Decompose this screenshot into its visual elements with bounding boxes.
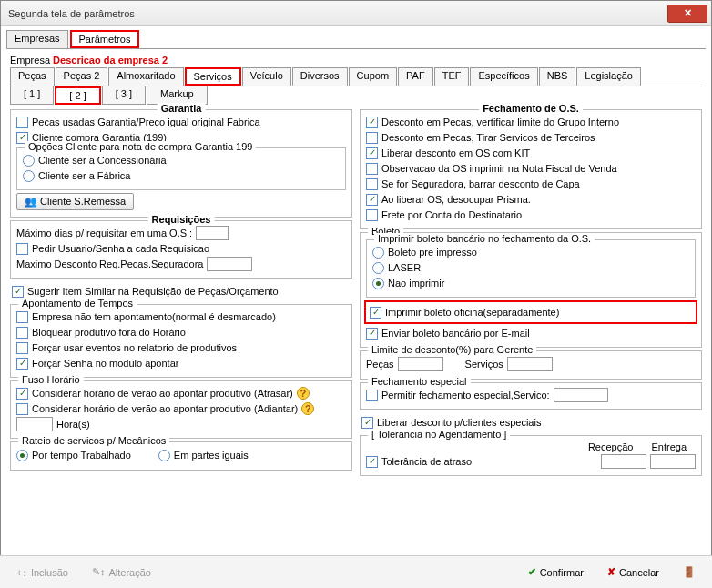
rb-tempo[interactable] <box>16 450 28 461</box>
check-icon: ✔ <box>528 566 536 578</box>
lbl-permitir-fech: Permitir fechamento especial,Servico: <box>381 390 550 400</box>
lbl-confirmar: Confirmar <box>540 567 584 578</box>
tab-empresas[interactable]: Empresas <box>6 30 68 48</box>
subsub-3[interactable]: [ 3 ] <box>102 86 146 105</box>
rb-laser[interactable] <box>372 262 384 274</box>
subtab-paf[interactable]: PAF <box>398 67 433 86</box>
cb-forcar-senha[interactable] <box>16 358 28 370</box>
subsub-2[interactable]: [ 2 ] <box>55 86 100 105</box>
btn-inclusao[interactable]: +↕Inclusão <box>9 563 76 582</box>
subtab-almox[interactable]: Almoxarifado <box>108 67 183 86</box>
cb-desc-grupo[interactable] <box>366 117 378 128</box>
lbl-pecas-usadas: Pecas usadas Garantia/Preco igual origin… <box>32 117 260 127</box>
cb-nao-tem[interactable] <box>16 311 28 323</box>
cb-seguradora[interactable] <box>366 178 378 190</box>
cb-forcar-eventos[interactable] <box>16 342 28 354</box>
input-limite-pecas[interactable] <box>398 357 443 371</box>
top-tabstrip: Empresas Parâmetros <box>6 30 706 49</box>
input-fech-esp[interactable] <box>554 388 608 402</box>
tab-parametros[interactable]: Parâmetros <box>70 30 140 48</box>
input-limite-servicos[interactable] <box>507 357 553 371</box>
help-adiantar-icon[interactable]: ? <box>301 402 314 415</box>
subtab-especificos[interactable]: Específicos <box>470 67 537 86</box>
rb-fabrica[interactable] <box>23 170 35 182</box>
edit-icon: ✎↕ <box>92 566 106 578</box>
lbl-forcar-eventos: Forçar usar eventos no relatorio de prod… <box>32 342 237 353</box>
subsub-1[interactable]: [ 1 ] <box>10 86 54 105</box>
rb-nao-imprimir[interactable] <box>372 278 384 289</box>
cb-pedir-usuario[interactable] <box>16 243 28 255</box>
group-tolerancia: [ Tolerancia no Agendamento ] Recepção E… <box>360 435 702 476</box>
lbl-imprimir-oficina: Imprimir boleto oficina(separadamente) <box>385 307 559 318</box>
btn-cancelar[interactable]: ✘Cancelar <box>600 563 666 582</box>
lbl-bloquear: Bloquear produtivo fora do Horário <box>32 327 186 338</box>
subtab-diversos[interactable]: Diversos <box>292 67 348 86</box>
cb-liberar-cli[interactable] <box>361 417 373 429</box>
cb-permitir-fech[interactable] <box>366 390 378 401</box>
lbl-max-dias: Máximo dias p/ requisitar em uma O.S.: <box>16 228 192 238</box>
lbl-recepcao: Recepção <box>588 441 634 452</box>
lbl-tol-atraso: Tolerância de atraso <box>381 456 472 467</box>
subtab-pecas2[interactable]: Peças 2 <box>56 67 108 86</box>
cb-enviar-email[interactable] <box>366 328 378 340</box>
subtab-veiculo[interactable]: Veículo <box>242 67 291 86</box>
btn-exit[interactable]: 🚪 <box>676 563 703 582</box>
input-horas[interactable] <box>16 417 53 431</box>
legend-opcoes: Opções Cliente para nota de compra Garan… <box>25 141 256 152</box>
lbl-inclusao: Inclusão <box>31 567 68 578</box>
subtab-legislacao[interactable]: Legislação <box>576 67 641 86</box>
lbl-horas: Hora(s) <box>56 419 90 430</box>
lbl-liberar-cli: Liberar desconto p/clientes especiais <box>377 417 541 428</box>
cb-imprimir-oficina[interactable] <box>370 307 381 319</box>
input-recepcao[interactable] <box>601 454 646 469</box>
rb-concessionaria[interactable] <box>23 155 35 167</box>
cancel-icon: ✘ <box>607 566 615 578</box>
group-fuso: Fuso Horário Considerar horário de verão… <box>10 380 352 439</box>
subtab-cupom[interactable]: Cupom <box>349 67 397 86</box>
lbl-max-desc: Maximo Desconto Req.Pecas.Seguradora <box>16 259 203 269</box>
cb-atrasar[interactable] <box>16 388 28 400</box>
help-atrasar-icon[interactable]: ? <box>297 387 310 400</box>
lbl-cancelar: Cancelar <box>619 567 659 578</box>
subtab-pecas[interactable]: Peças <box>10 67 55 86</box>
empresa-value: Descricao da empresa 2 <box>53 55 168 66</box>
door-icon: 🚪 <box>683 566 696 578</box>
rb-partes[interactable] <box>158 450 170 461</box>
subtab-tef[interactable]: TEF <box>434 67 470 86</box>
legend-limite: Limite de desconto(%) para Gerente <box>368 344 536 355</box>
group-opcoes-cliente: Opções Cliente para nota de compra Garan… <box>16 147 346 190</box>
cb-liberar-kit[interactable] <box>366 147 378 159</box>
lbl-nao-imprimir: Nao imprimir <box>388 278 444 289</box>
cb-prisma[interactable] <box>366 194 378 206</box>
close-button[interactable]: ✕ <box>667 5 707 23</box>
cb-frete[interactable] <box>366 209 378 221</box>
window-title: Segunda tela de parâmetros <box>5 8 667 19</box>
lbl-limite-pecas: Peças <box>366 359 394 370</box>
footer: +↕Inclusão ✎↕Alteração ✔Confirmar ✘Cance… <box>0 555 712 588</box>
subsub-markup[interactable]: Markup <box>147 86 208 105</box>
input-max-desc[interactable] <box>207 257 252 271</box>
lbl-laser: LASER <box>388 262 421 273</box>
subtab-nbs[interactable]: NBS <box>539 67 576 86</box>
btn-alteracao[interactable]: ✎↕Alteração <box>85 563 158 582</box>
legend-fech-esp: Fechamento especial <box>368 376 471 387</box>
cb-bloquear[interactable] <box>16 327 28 339</box>
cb-sugerir[interactable] <box>12 286 24 298</box>
lbl-alteracao: Alteração <box>108 567 150 578</box>
subtab-servicos[interactable]: Serviços <box>185 67 241 86</box>
cb-tol-atraso[interactable] <box>366 456 378 468</box>
legend-req: Requisições <box>148 214 215 225</box>
empresa-row: Empresa Descricao da empresa 2 <box>10 55 702 66</box>
input-max-dias[interactable] <box>196 226 229 240</box>
cb-desc-terc[interactable] <box>366 132 378 144</box>
lbl-concessionaria: Cliente ser a Concessionária <box>38 155 167 166</box>
lbl-tempo: Por tempo Trabalhado <box>32 450 131 461</box>
cb-adiantar[interactable] <box>16 403 28 415</box>
btn-cliente-sremessa[interactable]: 👥 Cliente S.Remessa <box>16 193 134 210</box>
rb-preimp[interactable] <box>372 247 384 259</box>
lbl-limite-servicos: Serviços <box>465 359 503 370</box>
cb-obs-os[interactable] <box>366 163 378 175</box>
cb-pecas-usadas[interactable] <box>16 117 28 128</box>
input-entrega[interactable] <box>650 454 696 469</box>
btn-confirmar[interactable]: ✔Confirmar <box>521 563 591 582</box>
